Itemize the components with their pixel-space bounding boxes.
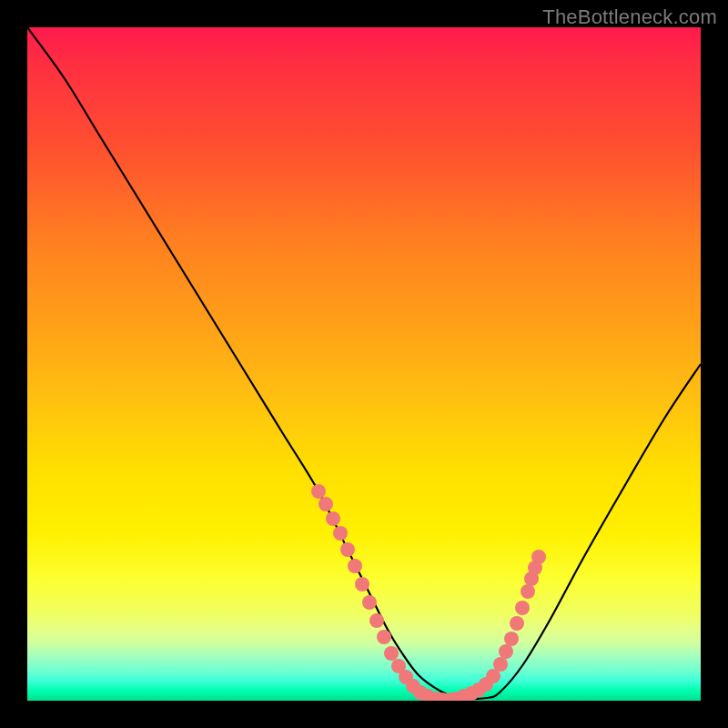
chart-marker bbox=[499, 644, 513, 659]
chart-svg bbox=[27, 27, 701, 701]
chart-marker bbox=[326, 511, 340, 526]
chart-marker bbox=[493, 657, 508, 672]
watermark-text: TheBottleneck.com bbox=[542, 5, 717, 29]
chart-marker bbox=[384, 646, 399, 661]
chart-marker bbox=[510, 616, 524, 631]
chart-plot-area bbox=[27, 27, 701, 701]
chart-marker bbox=[521, 584, 535, 599]
chart-marker bbox=[355, 577, 369, 592]
chart-marker bbox=[333, 526, 348, 541]
chart-marker bbox=[340, 542, 355, 557]
chart-marker bbox=[369, 613, 384, 628]
chart-marker bbox=[362, 595, 377, 610]
chart-marker bbox=[377, 630, 391, 644]
chart-markers bbox=[311, 484, 546, 701]
chart-marker bbox=[515, 601, 530, 615]
chart-marker bbox=[318, 497, 333, 511]
chart-marker bbox=[504, 632, 519, 646]
chart-marker bbox=[311, 484, 326, 499]
chart-marker bbox=[348, 559, 362, 573]
chart-marker bbox=[531, 550, 546, 564]
